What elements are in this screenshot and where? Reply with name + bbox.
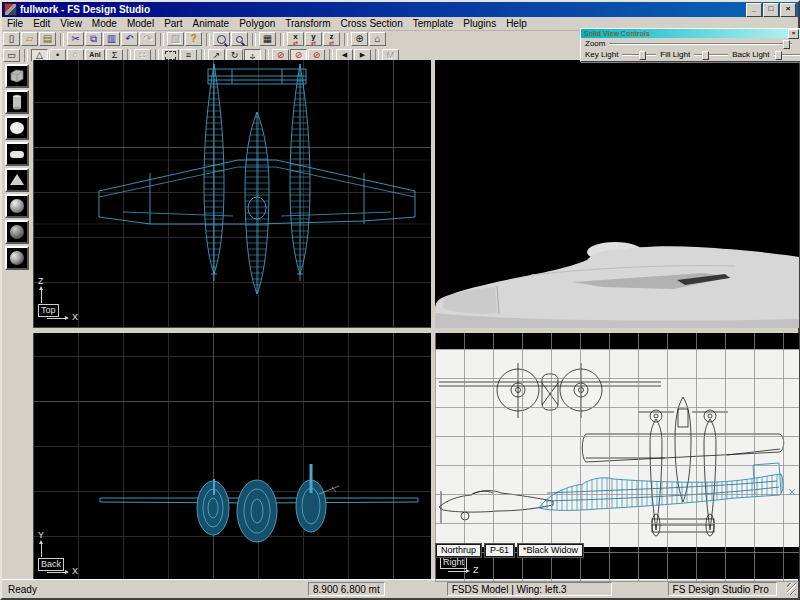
menu-part[interactable]: Part — [159, 18, 187, 29]
viewport-top[interactable]: Z Top X — [33, 60, 431, 328]
box-primitive-button[interactable] — [5, 64, 29, 88]
disc-primitive-button[interactable] — [5, 142, 29, 166]
minimize-button[interactable]: _ — [746, 3, 762, 17]
dark-sphere-primitive-button[interactable] — [5, 220, 29, 244]
toolbar-separator — [280, 33, 284, 46]
zoom-slider[interactable] — [609, 40, 792, 47]
help-button[interactable]: ? — [185, 32, 202, 46]
horizontal-axis-arrow — [47, 318, 67, 319]
axis-y-button[interactable]: y⇄ — [305, 32, 322, 46]
viewport-right[interactable]: Northrup P-61 *Black Widow Right Z — [435, 333, 799, 582]
cone-primitive-button[interactable] — [5, 168, 29, 192]
axis-x-button[interactable]: x⇄ — [287, 32, 304, 46]
menu-file[interactable]: File — [2, 18, 28, 29]
open-button[interactable]: ▱ — [21, 32, 38, 46]
menu-plugins[interactable]: Plugins — [458, 18, 501, 29]
close-button[interactable]: × — [780, 3, 796, 17]
toolbar-separator — [60, 33, 64, 46]
menu-transform[interactable]: Transform — [280, 18, 335, 29]
copy-button[interactable]: ⧉ — [85, 32, 102, 46]
zoom-in-button[interactable] — [213, 32, 230, 46]
print-button[interactable]: ▨ — [167, 32, 184, 46]
cursor-coordinates: 8.900 6.800 mt — [308, 582, 385, 596]
vertical-axis-arrow — [41, 288, 42, 303]
undo-button[interactable]: ↶ — [121, 32, 138, 46]
resize-grip[interactable] — [787, 583, 796, 595]
horizontal-axis-arrow — [448, 571, 468, 572]
vertical-axis-arrow — [41, 542, 42, 557]
restore-button[interactable]: □ — [763, 3, 779, 17]
slider-track — [694, 54, 728, 56]
key-light-slider[interactable] — [622, 51, 656, 58]
toolbar-separator — [206, 33, 210, 46]
dark-sphere-icon — [8, 223, 26, 241]
axis-indicator: Y Back X — [38, 532, 102, 578]
view-label: Top — [38, 304, 59, 317]
horizontal-axis-letter: X — [72, 566, 78, 576]
world-view-button[interactable]: ⊕ — [351, 32, 368, 46]
cylinder-primitive-button[interactable] — [5, 90, 29, 114]
edition-label: FS Design Studio Pro — [668, 582, 777, 596]
grid-button[interactable]: ▦ — [259, 32, 276, 46]
horizontal-axis-letter: X — [72, 312, 78, 322]
new-button[interactable]: ▯ — [3, 32, 20, 46]
back-light-label: Back Light — [732, 50, 769, 59]
shaded-fuselage-render — [435, 60, 799, 328]
tab-black-widow[interactable]: *Black Widow — [518, 544, 583, 557]
redo-button[interactable]: ↷ — [139, 32, 156, 46]
fill-light-slider[interactable] — [694, 51, 728, 58]
tab-northrup[interactable]: Northrup — [436, 544, 481, 557]
save-button[interactable]: ▤ — [39, 32, 56, 46]
menu-edit[interactable]: Edit — [28, 18, 55, 29]
scale-icon: ↔↕ — [247, 50, 258, 61]
window-title: fullwork - FS Design Studio — [20, 4, 745, 15]
sphere-primitive-button[interactable] — [5, 116, 29, 140]
zoom-slider-row: Zoom — [581, 38, 800, 49]
solid-view-controls-titlebar[interactable]: Solid View Controls × — [581, 29, 800, 38]
home-view-button[interactable]: ⌂ — [369, 32, 386, 46]
shaded-sphere-primitive-button[interactable] — [5, 246, 29, 270]
slider-thumb[interactable] — [783, 40, 790, 49]
toolbar-separator — [160, 33, 164, 46]
back-light-slider[interactable] — [774, 51, 800, 58]
sphere-icon — [8, 119, 26, 137]
fill-light-label: Fill Light — [660, 50, 690, 59]
horizontal-axis-arrow — [47, 572, 67, 573]
menu-view[interactable]: View — [55, 18, 87, 29]
menu-help[interactable]: Help — [501, 18, 532, 29]
menu-template[interactable]: Template — [408, 18, 459, 29]
slider-thumb[interactable] — [639, 51, 646, 60]
slider-thumb[interactable] — [702, 51, 709, 60]
app-icon — [4, 3, 17, 16]
rough-sphere-icon — [8, 197, 26, 215]
light-sliders-row: Key Light Fill Light Back Light — [581, 49, 800, 60]
menu-polygon[interactable]: Polygon — [234, 18, 280, 29]
cylinder-icon — [8, 93, 26, 111]
horizontal-axis-letter: Z — [473, 565, 479, 575]
rough-sphere-primitive-button[interactable] — [5, 194, 29, 218]
cut-button[interactable]: ✂ — [67, 32, 84, 46]
axis-indicator: Z Top X — [38, 278, 102, 324]
viewport-3d[interactable] — [435, 60, 799, 328]
menu-cross-section[interactable]: Cross Section — [336, 18, 408, 29]
z-axis-icon: z⇄ — [329, 33, 334, 46]
solid-view-controls-panel: Solid View Controls × Zoom Key Light Fil… — [580, 28, 800, 62]
slider-thumb[interactable] — [775, 51, 782, 60]
axis-z-button[interactable]: z⇄ — [323, 32, 340, 46]
toolbar-separator — [24, 49, 28, 62]
surface-tool-button[interactable]: ▭ — [3, 49, 20, 62]
template-tabs: Northrup P-61 *Black Widow — [436, 544, 587, 557]
primitive-toolbox — [2, 62, 32, 579]
zoom-out-button[interactable] — [231, 32, 248, 46]
viewport-back[interactable]: Y Back X — [33, 333, 431, 582]
menu-mode[interactable]: Mode — [87, 18, 122, 29]
key-light-label: Key Light — [585, 50, 618, 59]
toolbar-separator — [344, 33, 348, 46]
status-message: Ready — [4, 584, 308, 595]
menu-animate[interactable]: Animate — [187, 18, 234, 29]
paste-button[interactable]: ▥ — [103, 32, 120, 46]
panel-close-button[interactable]: × — [788, 29, 799, 39]
menu-model[interactable]: Model — [122, 18, 159, 29]
zoom-slider-label: Zoom — [585, 39, 605, 48]
tab-p61[interactable]: P-61 — [485, 544, 514, 557]
